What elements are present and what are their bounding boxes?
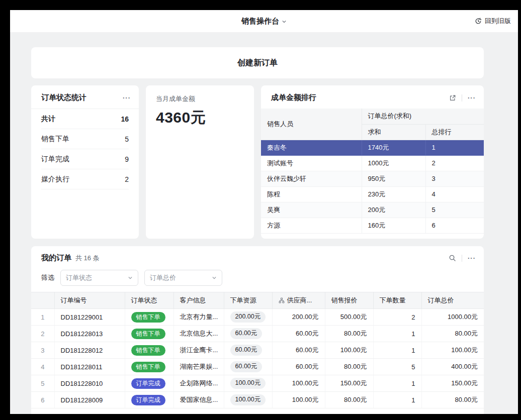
ranking-row[interactable]: 测试账号 1000元 2 — [261, 155, 484, 171]
order-id: DD181228011 — [54, 359, 125, 375]
row-number-header — [31, 292, 54, 309]
supplier-price: 100.00元 — [272, 392, 325, 408]
row-number: 6 — [31, 392, 54, 408]
app-window: 销售操作台 回到旧版 创建新订单 订单状态统计 ··· — [10, 10, 518, 414]
search-icon[interactable] — [449, 254, 456, 262]
supplier-price: 200.00元 — [272, 309, 325, 326]
order-qty: 1 — [373, 326, 421, 342]
more-icon[interactable]: ··· — [123, 94, 131, 101]
order-row[interactable]: 2 DD181228013 销售下单 北京信息大... 60.00元 60.00… — [31, 326, 484, 342]
order-total: 400.00元 — [421, 359, 484, 375]
order-status: 销售下单 — [125, 309, 173, 326]
order-status-filter-placeholder: 订单状态 — [66, 273, 92, 282]
ranking-col-rank[interactable]: 总排行 — [425, 124, 484, 140]
resource: 60.00元 — [224, 359, 272, 375]
monthly-amount-value: 4360元 — [156, 108, 244, 128]
ranking-rank: 2 — [425, 155, 484, 171]
col-order-id[interactable]: 订单编号 — [54, 292, 125, 309]
ranking-col-group[interactable]: 订单总价(求和) — [362, 109, 484, 124]
ranking-col-person[interactable]: 销售人员 — [261, 109, 362, 140]
col-total[interactable]: 订单总价 — [421, 292, 484, 309]
col-customer[interactable]: 客户信息 — [173, 292, 224, 309]
status-badge: 订单完成 — [131, 378, 165, 389]
col-supplier-label: 供应商... — [287, 296, 312, 305]
create-order-label: 创建新订单 — [237, 58, 278, 68]
row-number: 1 — [31, 309, 54, 326]
status-card-title: 订单状态统计 — [41, 93, 86, 102]
row-number: 4 — [31, 359, 54, 375]
ranking-sum: 200元 — [362, 202, 425, 218]
status-row-sales[interactable]: 销售下单 5 — [41, 129, 129, 149]
ranking-rank: 6 — [425, 218, 484, 233]
monthly-amount-card: 当月成单金额 4360元 — [146, 85, 254, 239]
ranking-col-sum[interactable]: 求和 — [362, 124, 425, 140]
order-status: 订单完成 — [125, 392, 173, 408]
order-row[interactable]: 1 DD181229001 销售下单 北京有力量... 200.00元 200.… — [31, 309, 484, 326]
status-row-value: 9 — [125, 155, 129, 163]
order-row[interactable]: 3 DD181228012 销售下单 浙江金鹰卡... 60.00元 60.00… — [31, 342, 484, 359]
ranking-name: 伙伴云魏少轩 — [261, 171, 362, 186]
order-total: 150.00元 — [421, 375, 484, 392]
col-quote[interactable]: 销售报价 — [325, 292, 373, 309]
export-icon[interactable] — [449, 94, 456, 101]
col-resource[interactable]: 下单资源 — [224, 292, 272, 309]
ranking-name: 秦吉冬 — [261, 140, 362, 155]
more-icon[interactable]: ··· — [468, 94, 476, 101]
order-id: DD181228010 — [54, 375, 125, 392]
back-to-old-version-button[interactable]: 回到旧版 — [475, 17, 518, 26]
status-row-total[interactable]: 共计 16 — [41, 109, 129, 129]
ranking-rank: 1 — [425, 140, 484, 155]
order-status-filter-select[interactable]: 订单状态 — [60, 270, 138, 286]
ranking-row[interactable]: 秦吉冬 1740元 1 — [261, 140, 484, 155]
status-row-media[interactable]: 媒介执行 2 — [41, 169, 129, 189]
order-status-stats-card: 订单状态统计 ··· 共计 16 销售下单 5 订单完成 9 — [31, 85, 139, 239]
status-row-label: 销售下单 — [41, 135, 69, 144]
order-qty: 1 — [373, 375, 421, 392]
ranking-rank: 3 — [425, 171, 484, 186]
order-qty: 1 — [373, 342, 421, 359]
customer: 湖南芒果娱... — [173, 359, 224, 375]
ranking-row[interactable]: 陈程 230元 4 — [261, 186, 484, 202]
dashboard-content: 创建新订单 订单状态统计 ··· 共计 16 销售下单 5 — [10, 32, 518, 414]
orders-table: 订单编号 订单状态 客户信息 下单资源 供应商... — [31, 292, 484, 408]
filter-label: 筛选 — [41, 273, 54, 282]
status-row-complete[interactable]: 订单完成 9 — [41, 149, 129, 169]
order-total-filter-select[interactable]: 订单总价 — [144, 270, 222, 286]
row-number: 2 — [31, 326, 54, 342]
resource-pill: 100.00元 — [230, 378, 266, 389]
ranking-name: 吴爽 — [261, 202, 362, 218]
col-order-status[interactable]: 订单状态 — [125, 292, 173, 309]
ranking-row[interactable]: 伙伴云魏少轩 950元 3 — [261, 171, 484, 186]
back-to-old-version-label: 回到旧版 — [485, 17, 511, 26]
status-row-label: 订单完成 — [41, 155, 69, 164]
order-row[interactable]: 5 DD181228010 订单完成 企划路网络... 100.00元 100.… — [31, 375, 484, 392]
chevron-down-icon — [212, 275, 217, 280]
ranking-sum: 1740元 — [362, 140, 425, 155]
ranking-sum: 230元 — [362, 186, 425, 202]
ranking-row[interactable]: 吴爽 200元 5 — [261, 202, 484, 218]
ranking-card: 成单金额排行 ··· 销售人员 订单总价(求和) — [261, 85, 484, 239]
order-status: 销售下单 — [125, 326, 173, 342]
ranking-sum: 950元 — [362, 171, 425, 186]
resource: 60.00元 — [224, 326, 272, 342]
more-icon[interactable]: ··· — [468, 255, 476, 261]
lookup-icon — [279, 297, 285, 303]
dashboard-switcher[interactable]: 销售操作台 — [241, 17, 287, 26]
order-total: 80.00元 — [421, 326, 484, 342]
create-order-button[interactable]: 创建新订单 — [31, 47, 484, 78]
filter-row: 筛选 订单状态 订单总价 — [31, 268, 484, 292]
stats-cards-row: 订单状态统计 ··· 共计 16 销售下单 5 订单完成 9 — [31, 85, 484, 239]
resource-pill: 100.00元 — [230, 394, 266, 405]
sales-quote: 80.00元 — [325, 326, 373, 342]
order-row[interactable]: 4 DD181228011 销售下单 湖南芒果娱... 60.00元 60.00… — [31, 359, 484, 375]
col-supplier[interactable]: 供应商... — [272, 292, 325, 309]
resource-pill: 200.00元 — [230, 311, 266, 323]
chevron-down-icon — [282, 17, 287, 26]
ranking-sum: 1000元 — [362, 155, 425, 171]
order-row[interactable]: 6 DD181228009 订单完成 爱国家信息... 100.00元 100.… — [31, 392, 484, 408]
ranking-row[interactable]: 方源 160元 6 — [261, 218, 484, 233]
status-row-value: 2 — [125, 175, 129, 183]
col-qty[interactable]: 下单数量 — [373, 292, 421, 309]
status-row-value: 5 — [125, 135, 129, 143]
customer: 浙江金鹰卡... — [173, 342, 224, 359]
